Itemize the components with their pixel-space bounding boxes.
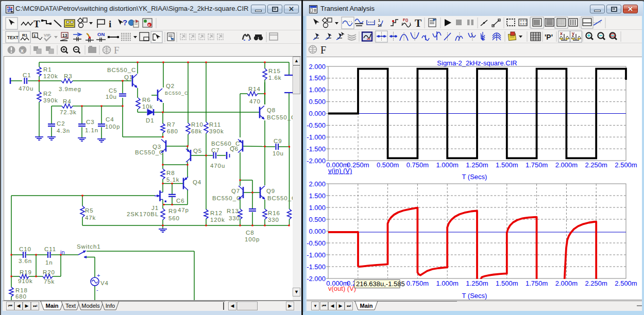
svg-text:C6: C6 [176, 198, 185, 204]
svg-text:C8: C8 [246, 230, 255, 236]
svg-text:120k: 120k [210, 217, 225, 223]
svg-text:'P': 'P' [545, 33, 553, 41]
svg-text:0.500: 0.500 [309, 216, 326, 223]
svg-text:47k: 47k [85, 215, 96, 221]
svg-text:-1.500: -1.500 [307, 145, 326, 153]
svg-text:R1: R1 [43, 66, 52, 73]
svg-text:390k: 390k [43, 97, 58, 103]
svg-text:680: 680 [15, 293, 27, 300]
svg-text:J1: J1 [151, 205, 159, 211]
svg-text:1.000: 1.000 [309, 86, 326, 94]
svg-text:Main: Main [360, 303, 372, 309]
svg-text:-2.000: -2.000 [307, 275, 326, 283]
svg-text:13: 13 [62, 33, 67, 38]
svg-text:BC550_C: BC550_C [267, 114, 293, 120]
svg-text:Q7: Q7 [231, 188, 240, 194]
svg-text:R7: R7 [167, 121, 176, 128]
svg-text:0.750m: 0.750m [406, 279, 429, 287]
svg-text:Q1: Q1 [124, 74, 133, 80]
svg-text:C1: C1 [23, 72, 31, 78]
svg-text:TEXT: TEXT [7, 35, 19, 40]
svg-text:R11: R11 [209, 121, 221, 128]
svg-text:10u: 10u [106, 94, 117, 100]
svg-text:Q2: Q2 [166, 83, 175, 89]
svg-text:Sigma-2_2kHz-square.CIR: Sigma-2_2kHz-square.CIR [437, 59, 517, 67]
svg-text:560: 560 [168, 215, 180, 221]
svg-text:10u: 10u [273, 150, 284, 156]
svg-text:1.000: 1.000 [309, 204, 326, 212]
svg-text:T: T [415, 18, 422, 29]
svg-text:R3: R3 [64, 73, 73, 79]
svg-text:R12: R12 [210, 210, 223, 216]
svg-text:F(): F() [403, 18, 409, 22]
svg-text:2.000: 2.000 [309, 180, 326, 188]
svg-text:1.250m: 1.250m [466, 161, 488, 169]
svg-text:2.500m: 2.500m [615, 279, 637, 287]
svg-text:1: 1 [33, 33, 36, 38]
svg-text:68k: 68k [191, 128, 202, 134]
svg-text:R20: R20 [43, 269, 55, 275]
svg-text:680: 680 [167, 128, 178, 134]
svg-text:470: 470 [249, 98, 261, 104]
svg-text:R10: R10 [191, 121, 204, 128]
svg-text:D1: D1 [146, 117, 155, 124]
svg-text:R6: R6 [142, 97, 151, 103]
svg-text:v(in) (V): v(in) (V) [328, 167, 352, 174]
svg-text:R18: R18 [15, 287, 28, 293]
svg-text:R5: R5 [85, 207, 94, 214]
svg-text:+: + [97, 272, 100, 278]
svg-text:1.750m: 1.750m [526, 161, 548, 169]
svg-text:BC550_C: BC550_C [267, 195, 293, 201]
svg-text:216.638u,-1.585: 216.638u,-1.585 [356, 280, 405, 288]
svg-text:-2.000: -2.000 [307, 157, 326, 165]
svg-text:R9: R9 [168, 208, 177, 214]
svg-text:R1: R1 [22, 33, 28, 38]
svg-text:BC550_C: BC550_C [107, 67, 136, 73]
svg-text:R13: R13 [227, 208, 239, 214]
svg-text:1.000m: 1.000m [436, 161, 459, 169]
svg-text:R2: R2 [43, 91, 52, 97]
svg-text:C4: C4 [106, 116, 114, 122]
svg-text:0.000: 0.000 [309, 110, 326, 117]
svg-text:x: x [148, 23, 150, 27]
svg-text:y: y [572, 31, 574, 36]
svg-text:4.3n: 4.3n [57, 128, 70, 134]
svg-text:+: + [520, 22, 522, 26]
svg-text:Info: Info [106, 303, 115, 309]
svg-text:0.500: 0.500 [309, 98, 326, 106]
svg-text:72.3k: 72.3k [60, 109, 77, 115]
svg-text:R15: R15 [268, 68, 281, 74]
svg-text:R14: R14 [248, 86, 261, 92]
svg-text:i: i [109, 19, 111, 29]
svg-text:1.500: 1.500 [309, 74, 326, 82]
svg-text:v(out) (V): v(out) (V) [328, 285, 356, 292]
svg-text:120k: 120k [43, 73, 58, 79]
svg-text:10: 10 [378, 24, 382, 27]
svg-text:F: F [320, 44, 326, 56]
svg-text:x: x [560, 31, 563, 36]
svg-text:T (Secs): T (Secs) [462, 173, 487, 181]
svg-text:75k: 75k [44, 278, 55, 285]
svg-text:C3: C3 [86, 119, 95, 125]
svg-text:1.500m: 1.500m [496, 161, 518, 169]
svg-text:-1.500: -1.500 [307, 263, 326, 271]
svg-text:910k: 910k [18, 278, 33, 284]
svg-text:Main: Main [45, 303, 58, 309]
svg-text:3.6n: 3.6n [19, 258, 32, 264]
svg-text:1.1n: 1.1n [85, 127, 98, 133]
svg-text:+: + [522, 22, 524, 26]
svg-text:BC550_C: BC550_C [212, 195, 241, 201]
svg-text:330: 330 [229, 215, 240, 221]
svg-text:Q9: Q9 [266, 188, 275, 194]
svg-text:1.750m: 1.750m [526, 279, 548, 287]
svg-text:Switch1: Switch1 [77, 243, 101, 250]
svg-text:1.500: 1.500 [309, 192, 326, 200]
svg-text:2.500m: 2.500m [615, 161, 637, 169]
svg-text:R8: R8 [166, 170, 175, 176]
svg-text:-1.000: -1.000 [307, 251, 326, 259]
svg-text:in: in [60, 249, 65, 255]
svg-text:Models: Models [81, 303, 100, 309]
svg-text:T: T [33, 19, 40, 29]
svg-text:Q5: Q5 [193, 148, 202, 154]
svg-text:1n: 1n [45, 259, 53, 266]
